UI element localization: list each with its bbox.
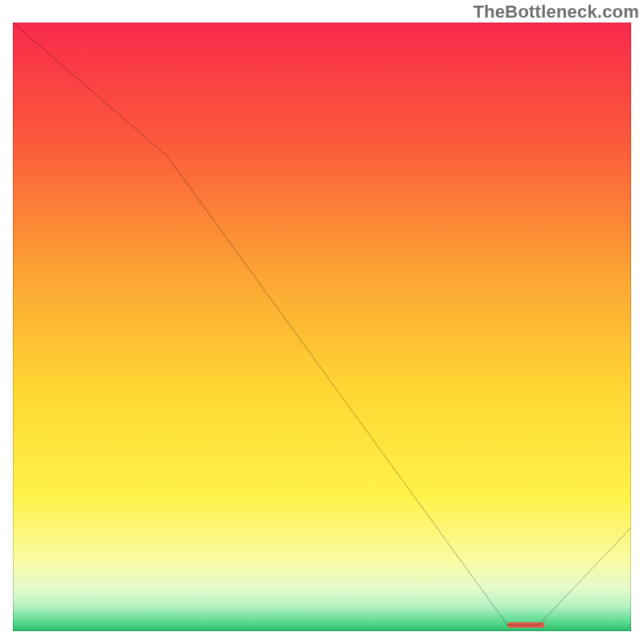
chart-svg <box>13 23 631 631</box>
chart-container: TheBottleneck.com <box>0 0 644 644</box>
gradient-backdrop <box>13 23 631 631</box>
watermark-text: TheBottleneck.com <box>473 2 639 23</box>
plot-area <box>13 23 631 631</box>
